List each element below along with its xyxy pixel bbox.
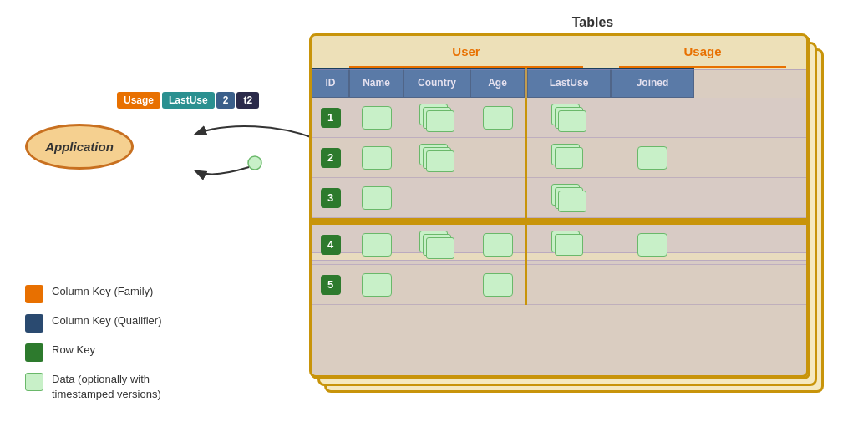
legend-color-qualifier xyxy=(25,314,43,333)
cell-age-3 xyxy=(470,178,525,218)
page-title: Tables xyxy=(317,15,868,30)
cell-lastuse-1 xyxy=(527,98,611,138)
legend: Column Key (Family) Column Key (Qualifie… xyxy=(25,284,162,412)
cell-country-3 xyxy=(404,178,470,218)
cell-id-4: 4 xyxy=(312,225,349,265)
table-row: 2 xyxy=(312,138,809,178)
cell-joined-5 xyxy=(611,265,694,305)
legend-label-data: Data (optionally withtimestamped version… xyxy=(52,372,161,402)
data-stack xyxy=(419,144,454,172)
data-cell xyxy=(483,233,513,257)
cell-joined-2 xyxy=(611,138,694,178)
row-key-3: 3 xyxy=(321,188,341,208)
cell-id-3: 3 xyxy=(312,178,349,218)
cell-joined-4 xyxy=(611,225,694,265)
left-panel: Usage LastUse 2 t2 Application xyxy=(8,42,284,426)
data-stack xyxy=(419,104,454,132)
cell-lastuse-2 xyxy=(527,138,611,178)
legend-label-rowkey: Row Key xyxy=(52,343,95,358)
cell-lastuse-4 xyxy=(527,225,611,265)
cell-age-1 xyxy=(470,98,525,138)
legend-color-rowkey xyxy=(25,343,43,362)
data-cell xyxy=(483,106,513,130)
data-cell xyxy=(637,233,667,257)
cell-id-1: 1 xyxy=(312,98,349,138)
cell-name-5 xyxy=(349,265,404,305)
table-area: User Usage ID Name Country Age LastUse J… xyxy=(309,33,835,401)
table-row: 5 xyxy=(312,265,809,305)
tag-usage: Usage xyxy=(117,92,160,109)
row-key-1: 1 xyxy=(321,108,341,128)
arrow-container xyxy=(129,117,330,184)
data-cell xyxy=(483,273,513,297)
cell-name-4 xyxy=(349,225,404,265)
cell-joined-1 xyxy=(611,98,694,138)
data-stack xyxy=(551,144,586,172)
cell-age-4 xyxy=(470,225,525,265)
col-family-user: User xyxy=(349,36,583,68)
data-stack xyxy=(419,231,454,259)
cell-name-3 xyxy=(349,178,404,218)
legend-item-family: Column Key (Family) xyxy=(25,284,162,303)
data-cell xyxy=(362,146,392,170)
cell-joined-3 xyxy=(611,178,694,218)
table-row: 4 xyxy=(312,225,809,265)
cell-age-5 xyxy=(470,265,525,305)
data-cell xyxy=(362,106,392,130)
legend-item-data: Data (optionally withtimestamped version… xyxy=(25,372,162,402)
col-family-usage: Usage xyxy=(619,36,786,68)
inner-table: User Usage ID Name Country Age LastUse J… xyxy=(309,33,809,378)
row-key-2: 2 xyxy=(321,148,341,168)
table-row: 3 xyxy=(312,178,809,218)
data-stack xyxy=(551,184,586,212)
application-oval: Application xyxy=(25,124,134,170)
legend-label-family: Column Key (Family) xyxy=(52,284,153,299)
cell-lastuse-5 xyxy=(527,265,611,305)
legend-color-data xyxy=(25,373,43,391)
arrow-svg xyxy=(129,117,330,184)
cell-country-1 xyxy=(404,98,470,138)
cell-name-2 xyxy=(349,138,404,178)
svg-point-0 xyxy=(248,156,261,170)
legend-item-rowkey: Row Key xyxy=(25,343,162,362)
legend-label-qualifier: Column Key (Qualifier) xyxy=(52,313,162,328)
tag-t2: t2 xyxy=(236,92,259,109)
cell-id-2: 2 xyxy=(312,138,349,178)
tag-num: 2 xyxy=(216,92,236,109)
legend-item-qualifier: Column Key (Qualifier) xyxy=(25,313,162,333)
cell-country-2 xyxy=(404,138,470,178)
cell-country-5 xyxy=(404,265,470,305)
cell-name-1 xyxy=(349,98,404,138)
legend-color-family xyxy=(25,285,43,303)
data-stack xyxy=(551,104,586,132)
data-cell xyxy=(362,233,392,257)
data-cell xyxy=(362,186,392,210)
data-stack xyxy=(551,231,586,259)
data-rows: 1 xyxy=(312,98,809,305)
data-cell xyxy=(637,146,667,170)
cell-lastuse-3 xyxy=(527,178,611,218)
query-tags: Usage LastUse 2 t2 xyxy=(117,92,259,109)
row-key-5: 5 xyxy=(321,275,341,295)
cell-country-4 xyxy=(404,225,470,265)
data-cell xyxy=(362,273,392,297)
tag-lastuse: LastUse xyxy=(162,92,215,109)
cell-age-2 xyxy=(470,138,525,178)
table-row: 1 xyxy=(312,98,809,138)
row-key-4: 4 xyxy=(321,235,341,255)
cell-id-5: 5 xyxy=(312,265,349,305)
